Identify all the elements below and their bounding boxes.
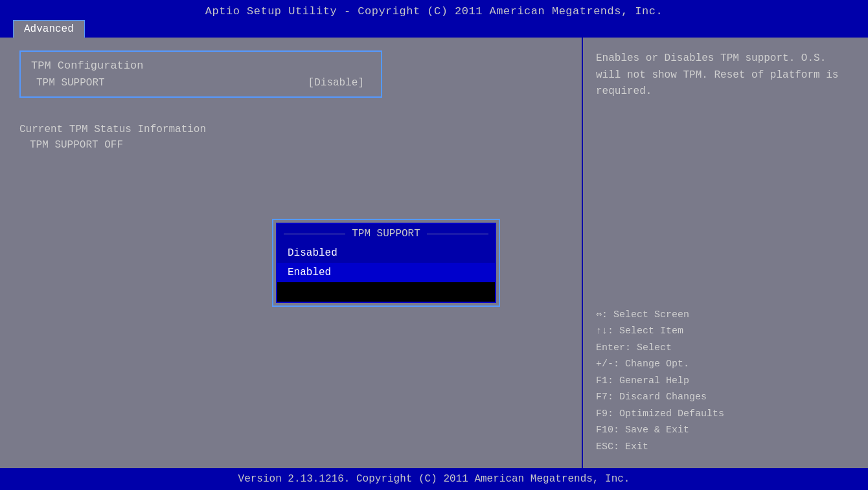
tab-advanced[interactable]: Advanced — [13, 20, 85, 38]
current-status-section: Current TPM Status Information TPM SUPPO… — [19, 124, 562, 151]
tpm-config-box: TPM Configuration TPM SUPPORT [Disable] — [19, 50, 382, 98]
tpm-support-value: [Disable] — [308, 77, 364, 89]
dropdown-title-line-left — [284, 234, 345, 234]
tab-bar: Advanced — [0, 20, 868, 38]
key-help-line: ⇔: Select Screen — [596, 307, 855, 324]
left-panel: TPM Configuration TPM SUPPORT [Disable] … — [0, 38, 583, 468]
tpm-support-label: TPM SUPPORT — [31, 77, 105, 89]
header-bar: Aptio Setup Utility - Copyright (C) 2011… — [0, 0, 868, 38]
tpm-config-title: TPM Configuration — [31, 60, 371, 72]
current-status-title: Current TPM Status Information — [19, 124, 562, 135]
key-help: ⇔: Select Screen↑↓: Select ItemEnter: Se… — [596, 307, 855, 456]
key-help-line: F9: Optimized Defaults — [596, 406, 855, 423]
right-panel: Enables or Disables TPM support. O.S. wi… — [583, 38, 868, 468]
key-help-line: +/-: Change Opt. — [596, 356, 855, 373]
tpm-support-row: TPM SUPPORT [Disable] — [31, 77, 371, 89]
key-help-line: ↑↓: Select Item — [596, 323, 855, 340]
main-content: TPM Configuration TPM SUPPORT [Disable] … — [0, 38, 868, 468]
key-help-line: F1: General Help — [596, 373, 855, 390]
header-title: Aptio Setup Utility - Copyright (C) 2011… — [0, 5, 868, 20]
dropdown-title-text: TPM SUPPORT — [345, 228, 427, 239]
footer-text: Version 2.13.1216. Copyright (C) 2011 Am… — [238, 473, 630, 485]
dropdown-option-disabled[interactable]: Disabled — [277, 243, 495, 263]
bios-container: Aptio Setup Utility - Copyright (C) 2011… — [0, 0, 868, 490]
dropdown-option-enabled[interactable]: Enabled — [277, 263, 495, 282]
help-text: Enables or Disables TPM support. O.S. wi… — [596, 50, 855, 100]
key-help-line: ESC: Exit — [596, 439, 855, 456]
footer-bar: Version 2.13.1216. Copyright (C) 2011 Am… — [0, 468, 868, 490]
key-help-line: F7: Discard Changes — [596, 389, 855, 406]
dropdown-bottom-shadow — [277, 282, 495, 302]
dropdown-inner: TPM SUPPORT Disabled Enabled — [276, 223, 496, 303]
tpm-support-off: TPM SUPPORT OFF — [19, 139, 562, 151]
dropdown-title-bar: TPM SUPPORT — [277, 224, 495, 243]
dropdown-popup[interactable]: TPM SUPPORT Disabled Enabled — [272, 219, 500, 307]
key-help-line: Enter: Select — [596, 340, 855, 357]
dropdown-title-line-right — [427, 234, 488, 234]
key-help-line: F10: Save & Exit — [596, 422, 855, 439]
